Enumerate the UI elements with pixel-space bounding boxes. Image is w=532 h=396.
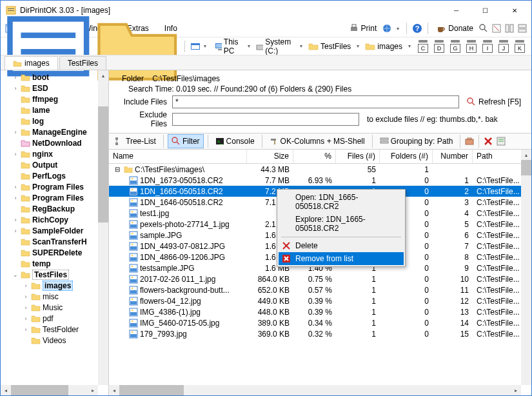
exclude-input[interactable] [172, 113, 359, 126]
bc-drop4[interactable]: ▾ [406, 43, 413, 49]
col-name[interactable]: Name [109, 150, 247, 163]
list-vscroll[interactable]: ▴ [521, 150, 531, 385]
list-hscroll[interactable]: ◂ ▸ [109, 385, 521, 395]
tree-vscroll[interactable]: ▴ [98, 70, 108, 385]
tree-node[interactable]: ›Music [2, 302, 108, 313]
tab-images[interactable]: images [5, 56, 58, 70]
expand-icon[interactable]: › [23, 326, 29, 333]
filter-button[interactable]: Filter [168, 134, 204, 148]
tree-node[interactable]: Output [2, 159, 108, 170]
help-icon[interactable]: ? [412, 23, 422, 34]
expand-icon[interactable]: › [12, 217, 19, 223]
bc-drop1[interactable]: ▾ [246, 43, 252, 49]
treelist-button[interactable]: Tree-List [112, 134, 159, 148]
tree-hscroll[interactable]: ◂ ▸ [1, 385, 98, 395]
expand-icon[interactable]: › [23, 293, 29, 300]
table-row[interactable]: 2017-02-26 011_1.jpg864.0 KB0.75 %1010C:… [109, 273, 531, 284]
expand-icon[interactable]: › [23, 304, 29, 311]
tree-node[interactable]: log [2, 115, 108, 126]
magnify-icon[interactable] [478, 23, 489, 34]
ctx-open[interactable]: Open: 1DN_1665-050518.CR2 [279, 191, 404, 213]
drive-button-C[interactable]: C [417, 40, 429, 53]
bc-drop3[interactable]: ▾ [355, 43, 361, 49]
print-button[interactable]: Print [346, 22, 380, 35]
drive-button-K[interactable]: K [514, 40, 526, 53]
tree-node[interactable]: Videos [2, 335, 108, 346]
ctx-remove[interactable]: Remove from list [279, 252, 404, 265]
bc-testfiles[interactable]: TestFiles [306, 41, 353, 52]
drive-button-J[interactable]: J [498, 40, 509, 53]
col-files[interactable]: Files (#) [336, 150, 380, 163]
bc-images[interactable]: images [362, 41, 405, 52]
tree-node[interactable]: ›RichCopy [2, 214, 108, 225]
expand-icon[interactable]: › [12, 184, 19, 190]
toolbox-icon[interactable] [464, 136, 475, 146]
close-button[interactable]: ✕ [500, 1, 529, 20]
bc-drop2[interactable]: ▾ [298, 43, 304, 49]
expand-icon[interactable]: › [12, 151, 19, 157]
expand-icon[interactable]: › [12, 85, 19, 92]
table-row[interactable]: 1DN_1673-050518.CR27.7 MB6.93 %101C:\Tes… [109, 175, 531, 186]
tree-node[interactable]: temp [2, 258, 108, 269]
tree-node[interactable]: ›Program Files [2, 192, 108, 203]
tree-node[interactable]: lame [2, 104, 108, 115]
collapse-icon[interactable]: ⊟ [115, 166, 120, 173]
tree-node[interactable]: RegBackup [2, 203, 108, 214]
folder-tree[interactable]: ›boot›ESDffmpeglamelog›ManageEngineNetDo… [1, 70, 109, 395]
expand-icon[interactable]: › [12, 228, 19, 234]
tool2-icon[interactable] [504, 23, 515, 34]
tree-node[interactable]: SUPERDelete [2, 247, 108, 258]
tool1-icon[interactable] [491, 23, 502, 34]
drive-button-I[interactable]: I [482, 40, 493, 53]
globe-drop-icon[interactable]: ▾ [395, 26, 401, 32]
tree-node[interactable]: ›nginx [2, 148, 108, 159]
tree-node[interactable]: ›ManageEngine [2, 126, 108, 137]
tree-node[interactable]: ›misc [2, 291, 108, 302]
bc-drive[interactable]: System (C:) [253, 36, 297, 57]
expand-icon[interactable]: › [12, 129, 19, 135]
tool3-icon[interactable] [517, 23, 527, 34]
refresh-button[interactable]: Refresh [F5] [464, 96, 524, 108]
donate-button[interactable]: Donate [433, 22, 476, 35]
table-row[interactable]: ⊟C:\TestFiles\images\44.3 MB551 [109, 164, 531, 175]
tree-node[interactable]: NetDownload [2, 137, 108, 148]
expand-icon[interactable]: › [12, 195, 19, 201]
expand-icon[interactable]: › [23, 282, 29, 289]
maximize-button[interactable]: ☐ [471, 1, 500, 20]
globe-icon[interactable] [382, 23, 392, 34]
console-button[interactable]: >_ Console [212, 134, 258, 148]
tree-node[interactable]: ›images [2, 280, 108, 291]
col-folders[interactable]: Folders (#) [380, 150, 433, 163]
tree-node[interactable]: ›boot [2, 72, 108, 83]
table-row[interactable]: flowers-04_12.jpg449.0 KB0.39 %1012C:\Te… [109, 295, 531, 306]
expand-icon[interactable]: › [12, 74, 19, 81]
expand-icon[interactable]: ⌄ [12, 272, 19, 278]
expand-icon[interactable]: › [23, 315, 29, 322]
tree-node[interactable]: ›pdf [2, 313, 108, 324]
bc-window[interactable]: ▾ [188, 42, 211, 51]
drive-button-G[interactable]: G [449, 40, 461, 53]
drive-button-D[interactable]: D [433, 40, 445, 53]
export-icon[interactable] [496, 136, 506, 146]
ctx-delete[interactable]: Delete [279, 239, 404, 252]
tab-testfiles[interactable]: TestFiles [59, 56, 106, 70]
drive-button-H[interactable]: H [466, 40, 477, 53]
include-input[interactable] [172, 95, 459, 108]
tree-node[interactable]: ScanTransferH [2, 236, 108, 247]
col-number[interactable]: Number [433, 150, 473, 163]
table-row[interactable]: 179_7993.jpg369.0 KB0.32 %1015C:\TestFil… [109, 328, 531, 339]
col-pct[interactable]: % [293, 150, 336, 163]
grouping-button[interactable]: Grouping by: Path [377, 134, 457, 148]
tree-node[interactable]: PerfLogs [2, 170, 108, 181]
ctx-explore[interactable]: Explore: 1DN_1665-050518.CR2 [279, 213, 404, 235]
tree-node[interactable]: ⌄TestFiles [2, 269, 108, 280]
tree-node[interactable]: ›TestFolder [2, 324, 108, 335]
table-row[interactable]: IMG_4386-(1).jpg448.0 KB0.39 %1013C:\Tes… [109, 306, 531, 317]
tree-node[interactable]: ffmpeg [2, 94, 108, 104]
minimize-button[interactable]: ─ [442, 1, 471, 20]
col-size[interactable]: Size [247, 150, 293, 163]
tree-node[interactable]: ›Program Files [2, 181, 108, 192]
delete-x-icon[interactable] [483, 136, 493, 146]
tree-node[interactable]: ›ESD [2, 83, 108, 94]
tree-node[interactable]: ›SampleFolder [2, 225, 108, 236]
